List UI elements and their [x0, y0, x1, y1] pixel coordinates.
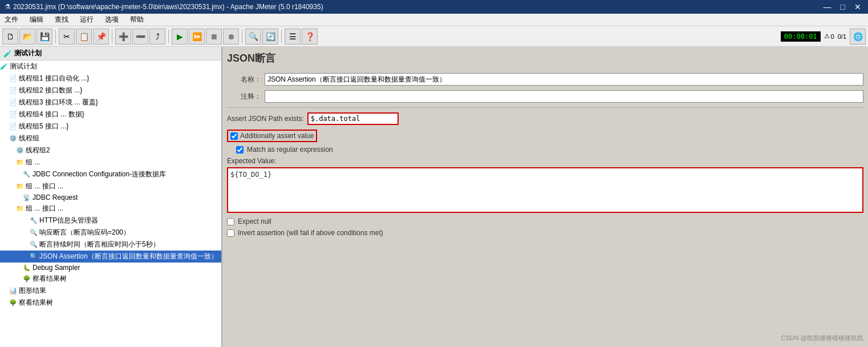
tree-item-label-duration-assert: 断言持续时间（断言相应时间小于5秒）	[39, 240, 160, 249]
tree-item-view-results1[interactable]: 🌳察看结果树	[0, 273, 221, 285]
run-all-button[interactable]: ⏩	[189, 29, 205, 45]
tree-item-thread-group[interactable]: ⚙️线程组	[0, 132, 221, 144]
open-button[interactable]: 📂	[19, 29, 35, 45]
toolbar: 🗋 📂 💾 ✂ 📋 📌 ➕ ➖ ⤴ ▶ ⏩ ⏹ ⏺ 🔍 🔄 ☰ ❓ 00:00:…	[0, 26, 868, 47]
new-button[interactable]: 🗋	[2, 29, 18, 45]
toolbar-right: 00:00:01 ⚠ 0 0/1 🌐	[781, 29, 866, 45]
menu-item-运行[interactable]: 运行	[78, 14, 96, 26]
tree-item-icon-group2: ⚙️	[16, 147, 24, 154]
additionally-assert-checkbox[interactable]	[230, 132, 238, 140]
close-button[interactable]: ✕	[852, 2, 863, 11]
panel-title: JSON断言	[227, 51, 863, 67]
menu-item-查找[interactable]: 查找	[52, 14, 71, 26]
assert-path-input[interactable]	[307, 112, 399, 125]
list-button[interactable]: ☰	[285, 29, 301, 45]
title-bar-controls: — □ ✕	[821, 2, 863, 11]
menu-item-帮助[interactable]: 帮助	[128, 14, 146, 26]
comment-label: 注释：	[227, 92, 261, 102]
divider1	[227, 107, 863, 108]
tree-item-item4[interactable]: 📄线程组4 接口 ... 数据}	[0, 108, 221, 120]
warning-icon: ⚠	[824, 33, 830, 40]
title-text: 20230531.jmx (D:\software\apache-jmeter-…	[13, 3, 323, 11]
stop-now-button[interactable]: ⏺	[223, 29, 239, 45]
tree-item-icon-jdbc-config: 🔧	[23, 171, 31, 178]
invert-assert-row: Invert assertion (will fail if above con…	[227, 229, 863, 237]
name-input[interactable]	[265, 73, 863, 86]
minimize-button[interactable]: —	[821, 2, 834, 11]
menu-item-选项[interactable]: 选项	[103, 14, 121, 26]
tree-item-http-header[interactable]: 🔧HTTP信息头管理器	[0, 215, 221, 227]
run-button[interactable]: ▶	[172, 29, 188, 45]
comment-input[interactable]	[265, 90, 863, 103]
tree-item-setup[interactable]: 📁组 ...	[0, 156, 221, 168]
tree-item-group4[interactable]: 📁组 ... 接口 ...	[0, 203, 221, 215]
main-layout: 🧪 测试计划 🧪测试计划📄线程组1 接口自动化 ...}📄线程组2 接口数据 .…	[0, 47, 868, 347]
tree-item-response-assert[interactable]: 🔍响应断言（断言响应码=200）	[0, 227, 221, 239]
invert-assert-label[interactable]: Invert assertion (will fail if above con…	[238, 229, 383, 237]
move-up-button[interactable]: ⤴	[149, 29, 165, 45]
additionally-assert-highlighted: Additionally assert value	[227, 130, 317, 142]
tree-item-label-group4: 组 ... 接口 ...	[26, 204, 63, 213]
tree-item-group3[interactable]: 📁组 ... 接口 ...	[0, 180, 221, 192]
watermark: CSDN @凯凯楼楼楼楼楼凯凯	[781, 334, 863, 342]
tree-item-icon-item3: 📄	[9, 99, 17, 106]
save-button[interactable]: 💾	[36, 29, 52, 45]
tree-item-label-debug-sampler: Debug Sampler	[33, 264, 80, 272]
expect-null-label[interactable]: Expect null	[238, 217, 271, 225]
cut-button[interactable]: ✂	[59, 29, 75, 45]
tree-item-label-jdbc-request: JDBC Request	[33, 193, 78, 201]
remote-button[interactable]: 🌐	[850, 29, 866, 45]
invert-assert-checkbox[interactable]	[227, 229, 234, 237]
tree-header-icon: 🧪	[3, 50, 12, 58]
timer-display: 00:00:01	[781, 31, 821, 42]
tree-item-label-thread-group: 线程组	[19, 134, 39, 143]
tree-item-item1[interactable]: 📄线程组1 接口自动化 ...}	[0, 72, 221, 84]
tree-header: 🧪 测试计划	[0, 47, 221, 60]
sidebar: 🧪 测试计划 🧪测试计划📄线程组1 接口自动化 ...}📄线程组2 接口数据 .…	[0, 47, 222, 347]
tree-item-icon-item4: 📄	[9, 111, 17, 118]
match-regex-label[interactable]: Match as regular expression	[247, 146, 333, 154]
title-bar: ⚗ 20230531.jmx (D:\software\apache-jmete…	[0, 0, 868, 14]
remove-button[interactable]: ➖	[132, 29, 148, 45]
tree-item-group2[interactable]: ⚙️线程组2	[0, 144, 221, 156]
tree-item-json-assert[interactable]: 🔍JSON Assertion（断言接口返回数量和数据量查询值一致）	[0, 251, 221, 263]
separator1	[55, 30, 56, 43]
tree-item-icon-test-plan: 🧪	[0, 63, 8, 70]
tree-item-icon-item2: 📄	[9, 87, 17, 94]
tree-item-item2[interactable]: 📄线程组2 接口数据 ...}	[0, 84, 221, 96]
stop-button[interactable]: ⏹	[206, 29, 222, 45]
tree-item-test-plan[interactable]: 🧪测试计划	[0, 60, 221, 72]
tree-item-jdbc-request[interactable]: 📡JDBC Request	[0, 192, 221, 203]
tree-item-item5[interactable]: 📄线程组5 接口 ...}	[0, 120, 221, 132]
add-button[interactable]: ➕	[115, 29, 131, 45]
paste-button[interactable]: 📌	[93, 29, 109, 45]
clear-button[interactable]: 🔄	[262, 29, 278, 45]
expected-value-label-row: Expected Value:	[227, 157, 863, 165]
menu-item-编辑[interactable]: 编辑	[27, 14, 46, 26]
tree-item-label-jdbc-config: JDBC Connection Configuration-连接数据库	[33, 170, 166, 179]
comment-row: 注释：	[227, 90, 863, 103]
tree-item-item3[interactable]: 📄线程组3 接口环境 ... 覆盖}	[0, 96, 221, 108]
maximize-button[interactable]: □	[838, 2, 847, 11]
tree-item-label-graph-results: 图形结果	[19, 286, 46, 296]
error-count: 0/1	[838, 33, 846, 40]
tree-item-icon-item1: 📄	[9, 75, 17, 82]
browse-button[interactable]: 🔍	[245, 29, 261, 45]
match-regex-checkbox[interactable]	[236, 146, 244, 154]
tree-item-duration-assert[interactable]: 🔍断言持续时间（断言相应时间小于5秒）	[0, 239, 221, 251]
copy-button[interactable]: 📋	[76, 29, 92, 45]
help-button[interactable]: ❓	[302, 29, 318, 45]
menu-item-文件[interactable]: 文件	[2, 14, 21, 26]
error-badge: 0/1	[838, 33, 846, 40]
menu-bar: 文件编辑查找运行选项帮助	[0, 14, 868, 26]
app-icon: ⚗	[5, 3, 11, 11]
expect-null-checkbox[interactable]	[227, 218, 234, 225]
tree-item-graph-results[interactable]: 📊图形结果	[0, 285, 221, 297]
tree-item-view-results2[interactable]: 🌳察看结果树	[0, 297, 221, 309]
tree-item-icon-duration-assert: 🔍	[30, 241, 38, 248]
tree-item-icon-json-assert: 🔍	[30, 253, 38, 260]
tree-item-debug-sampler[interactable]: 🐛Debug Sampler	[0, 263, 221, 273]
separator4	[242, 30, 242, 43]
additionally-assert-label[interactable]: Additionally assert value	[240, 132, 314, 140]
tree-item-jdbc-config[interactable]: 🔧JDBC Connection Configuration-连接数据库	[0, 168, 221, 180]
